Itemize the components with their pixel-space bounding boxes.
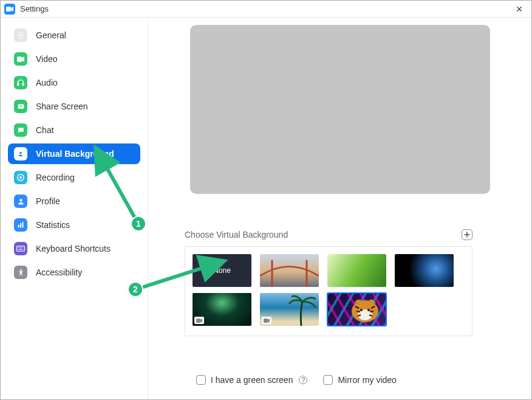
- sidebar-item-keyboard-shortcuts[interactable]: Keyboard Shortcuts: [8, 238, 140, 259]
- headphones-icon: [14, 76, 27, 89]
- bg-thumb-earth[interactable]: [395, 254, 454, 287]
- sidebar-item-share-screen[interactable]: Share Screen: [8, 96, 140, 117]
- sidebar-item-general[interactable]: General: [8, 25, 140, 46]
- close-icon[interactable]: ×: [511, 3, 528, 15]
- share-screen-icon: [14, 100, 27, 113]
- bridge-shape: [260, 254, 319, 287]
- svg-rect-12: [20, 223, 21, 228]
- svg-point-7: [19, 152, 22, 154]
- sidebar-item-accessibility[interactable]: Accessibility: [8, 262, 140, 283]
- svg-line-29: [105, 165, 138, 223]
- svg-rect-4: [22, 83, 24, 86]
- choose-bg-label: Choose Virtual Background: [185, 230, 288, 240]
- bg-thumb-beach[interactable]: [260, 293, 319, 326]
- svg-rect-17: [21, 247, 21, 248]
- sidebar-item-label: Share Screen: [36, 102, 88, 111]
- sidebar-item-label: Audio: [36, 78, 58, 88]
- sidebar-item-label: Chat: [36, 125, 54, 135]
- sidebar-item-chat[interactable]: Chat: [8, 120, 140, 140]
- svg-rect-13: [22, 222, 24, 228]
- svg-point-10: [19, 199, 22, 201]
- svg-rect-16: [19, 247, 20, 248]
- svg-rect-0: [6, 7, 11, 12]
- video-badge-icon: [262, 317, 271, 324]
- bar-chart-icon: [14, 218, 27, 232]
- person-card-icon: [14, 147, 27, 160]
- sidebar-item-label: Accessibility: [36, 267, 82, 277]
- svg-point-27: [360, 309, 363, 311]
- bg-thumb-bridge[interactable]: [260, 254, 319, 287]
- tiger-shape: [327, 293, 386, 326]
- background-thumbnails: None: [185, 246, 472, 336]
- svg-point-9: [19, 176, 22, 179]
- sidebar-item-label: Video: [36, 54, 58, 64]
- svg-rect-14: [17, 246, 25, 251]
- svg-rect-2: [17, 57, 22, 62]
- accessibility-icon: [14, 266, 27, 279]
- svg-point-28: [367, 309, 370, 311]
- bg-thumb-grass[interactable]: [327, 254, 386, 287]
- annotation-badge-1: 1: [131, 216, 146, 232]
- window-title: Settings: [20, 4, 49, 13]
- sidebar-item-label: General: [36, 30, 66, 40]
- mirror-video-checkbox[interactable]: Mirror my video: [323, 375, 396, 385]
- bg-thumb-aurora[interactable]: [193, 293, 251, 326]
- chat-icon: [14, 123, 27, 137]
- keyboard-icon: [14, 242, 27, 255]
- svg-point-1: [19, 34, 22, 36]
- svg-line-30: [142, 267, 206, 288]
- sidebar-item-label: Statistics: [36, 220, 70, 230]
- annotation-badge-2: 2: [128, 281, 143, 297]
- video-preview: [190, 25, 490, 194]
- user-icon: [14, 195, 27, 208]
- svg-rect-15: [18, 247, 18, 248]
- checkbox-icon: [323, 375, 333, 385]
- svg-rect-18: [22, 247, 22, 248]
- svg-rect-11: [18, 225, 19, 228]
- video-badge-icon: [194, 317, 204, 324]
- sidebar-item-label: Keyboard Shortcuts: [36, 244, 111, 253]
- plus-icon: [464, 232, 470, 238]
- svg-rect-23: [196, 319, 200, 323]
- sidebar-item-label: Virtual Background: [36, 149, 114, 159]
- svg-rect-3: [18, 83, 19, 86]
- gear-icon: [14, 29, 27, 42]
- sidebar-item-audio[interactable]: Audio: [8, 72, 140, 93]
- record-icon: [14, 171, 27, 184]
- checkbox-icon: [196, 375, 206, 385]
- app-icon: [4, 4, 15, 15]
- check-label: I have a green screen: [211, 375, 293, 385]
- sidebar-item-label: Profile: [36, 196, 60, 206]
- bg-thumb-tiger[interactable]: [327, 293, 386, 326]
- sidebar-item-label: Recording: [36, 173, 75, 182]
- help-icon[interactable]: ?: [299, 376, 307, 384]
- main-panel: Choose Virtual Background None: [148, 18, 531, 399]
- check-label: Mirror my video: [338, 375, 396, 385]
- title-bar: Settings ×: [1, 1, 531, 18]
- sidebar-item-video[interactable]: Video: [8, 49, 140, 69]
- svg-point-20: [20, 269, 22, 271]
- green-screen-checkbox[interactable]: I have a green screen ?: [196, 375, 307, 385]
- svg-rect-19: [19, 249, 23, 250]
- add-background-button[interactable]: [462, 229, 472, 240]
- thumb-label: None: [213, 266, 231, 275]
- annotation-arrow-2: [140, 261, 211, 294]
- svg-rect-24: [264, 319, 268, 323]
- video-icon: [14, 52, 27, 66]
